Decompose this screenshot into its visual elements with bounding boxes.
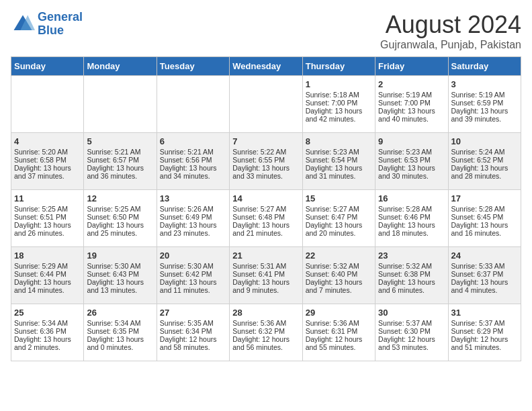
day-number: 23: [378, 250, 445, 261]
calendar-cell: 12Sunrise: 5:25 AMSunset: 6:50 PMDayligh…: [84, 190, 157, 247]
daylight-text: Daylight: 13 hours and 28 minutes.: [451, 164, 518, 180]
sunrise-text: Sunrise: 5:25 AM: [87, 205, 153, 213]
sunrise-text: Sunrise: 5:36 AM: [306, 319, 372, 327]
sunset-text: Sunset: 6:49 PM: [160, 213, 226, 221]
day-number: 22: [306, 250, 372, 261]
header-saturday: Saturday: [448, 57, 521, 76]
sunset-text: Sunset: 6:40 PM: [306, 270, 372, 278]
calendar-cell: [84, 76, 157, 133]
calendar-cell: 8Sunrise: 5:23 AMSunset: 6:54 PMDaylight…: [302, 133, 375, 190]
sunrise-text: Sunrise: 5:28 AM: [451, 205, 518, 213]
sunset-text: Sunset: 6:54 PM: [306, 156, 372, 164]
header-tuesday: Tuesday: [157, 57, 229, 76]
sunrise-text: Sunrise: 5:32 AM: [378, 262, 445, 270]
daylight-text: Daylight: 13 hours and 9 minutes.: [232, 278, 299, 294]
sunrise-text: Sunrise: 5:25 AM: [14, 205, 81, 213]
daylight-text: Daylight: 13 hours and 31 minutes.: [306, 164, 372, 180]
daylight-text: Daylight: 13 hours and 23 minutes.: [160, 221, 226, 237]
logo-icon: [11, 12, 35, 36]
calendar-week-3: 11Sunrise: 5:25 AMSunset: 6:51 PMDayligh…: [11, 190, 521, 247]
daylight-text: Daylight: 12 hours and 53 minutes.: [378, 335, 445, 351]
sunrise-text: Sunrise: 5:18 AM: [306, 91, 372, 99]
daylight-text: Daylight: 13 hours and 26 minutes.: [14, 221, 81, 237]
sunset-text: Sunset: 6:48 PM: [232, 213, 299, 221]
calendar-cell: 5Sunrise: 5:21 AMSunset: 6:57 PMDaylight…: [84, 133, 157, 190]
sunrise-text: Sunrise: 5:23 AM: [378, 148, 445, 156]
calendar-cell: 10Sunrise: 5:24 AMSunset: 6:52 PMDayligh…: [448, 133, 521, 190]
calendar-cell: 14Sunrise: 5:27 AMSunset: 6:48 PMDayligh…: [230, 190, 302, 247]
daylight-text: Daylight: 13 hours and 40 minutes.: [378, 107, 445, 123]
page-title: August 2024: [380, 11, 521, 39]
day-number: 3: [451, 79, 518, 89]
day-number: 31: [451, 308, 518, 318]
calendar-cell: 28Sunrise: 5:36 AMSunset: 6:32 PMDayligh…: [230, 304, 302, 361]
sunset-text: Sunset: 6:41 PM: [232, 270, 299, 278]
sunrise-text: Sunrise: 5:28 AM: [378, 205, 445, 213]
header-monday: Monday: [84, 57, 157, 76]
calendar-week-4: 18Sunrise: 5:29 AMSunset: 6:44 PMDayligh…: [11, 247, 521, 304]
day-number: 9: [378, 136, 445, 146]
logo-general: General: [38, 10, 83, 24]
calendar-cell: 20Sunrise: 5:30 AMSunset: 6:42 PMDayligh…: [157, 247, 229, 304]
daylight-text: Daylight: 13 hours and 16 minutes.: [451, 221, 518, 237]
daylight-text: Daylight: 13 hours and 11 minutes.: [160, 278, 226, 294]
day-number: 27: [160, 308, 226, 318]
sunrise-text: Sunrise: 5:34 AM: [87, 319, 153, 327]
logo-text: General Blue: [38, 11, 83, 38]
sunrise-text: Sunrise: 5:20 AM: [14, 148, 81, 156]
calendar-cell: 4Sunrise: 5:20 AMSunset: 6:58 PMDaylight…: [11, 133, 84, 190]
sunset-text: Sunset: 6:56 PM: [160, 156, 226, 164]
title-area: August 2024 Gujranwala, Punjab, Pakistan: [380, 11, 521, 51]
calendar-cell: 22Sunrise: 5:32 AMSunset: 6:40 PMDayligh…: [302, 247, 375, 304]
sunset-text: Sunset: 6:52 PM: [451, 156, 518, 164]
day-number: 24: [451, 250, 518, 261]
calendar-cell: [157, 76, 229, 133]
sunset-text: Sunset: 6:31 PM: [306, 327, 372, 335]
sunrise-text: Sunrise: 5:27 AM: [232, 205, 299, 213]
sunset-text: Sunset: 6:42 PM: [160, 270, 226, 278]
sunset-text: Sunset: 6:30 PM: [378, 327, 445, 335]
calendar-cell: [230, 76, 302, 133]
day-number: 5: [87, 136, 153, 146]
sunset-text: Sunset: 6:55 PM: [232, 156, 299, 164]
calendar-cell: 26Sunrise: 5:34 AMSunset: 6:35 PMDayligh…: [84, 304, 157, 361]
day-number: 20: [160, 250, 226, 261]
sunset-text: Sunset: 6:57 PM: [87, 156, 153, 164]
sunrise-text: Sunrise: 5:24 AM: [451, 148, 518, 156]
sunset-text: Sunset: 6:46 PM: [378, 213, 445, 221]
day-number: 28: [232, 308, 299, 318]
sunrise-text: Sunrise: 5:35 AM: [160, 319, 226, 327]
daylight-text: Daylight: 12 hours and 56 minutes.: [232, 335, 299, 351]
sunset-text: Sunset: 6:51 PM: [14, 213, 81, 221]
day-number: 29: [306, 308, 372, 318]
day-number: 21: [232, 250, 299, 261]
sunrise-text: Sunrise: 5:33 AM: [451, 262, 518, 270]
calendar-cell: 23Sunrise: 5:32 AMSunset: 6:38 PMDayligh…: [375, 247, 448, 304]
sunset-text: Sunset: 6:44 PM: [14, 270, 81, 278]
calendar-cell: 17Sunrise: 5:28 AMSunset: 6:45 PMDayligh…: [448, 190, 521, 247]
day-number: 25: [14, 308, 81, 318]
calendar-cell: 31Sunrise: 5:37 AMSunset: 6:29 PMDayligh…: [448, 304, 521, 361]
daylight-text: Daylight: 13 hours and 20 minutes.: [306, 221, 372, 237]
daylight-text: Daylight: 13 hours and 7 minutes.: [306, 278, 372, 294]
day-number: 12: [87, 193, 153, 203]
daylight-text: Daylight: 13 hours and 21 minutes.: [232, 221, 299, 237]
day-number: 15: [306, 193, 372, 203]
calendar-cell: 25Sunrise: 5:34 AMSunset: 6:36 PMDayligh…: [11, 304, 84, 361]
sunset-text: Sunset: 6:29 PM: [451, 327, 518, 335]
day-number: 11: [14, 193, 81, 203]
daylight-text: Daylight: 13 hours and 42 minutes.: [306, 107, 372, 123]
calendar-cell: 21Sunrise: 5:31 AMSunset: 6:41 PMDayligh…: [230, 247, 302, 304]
day-number: 19: [87, 250, 153, 261]
calendar-cell: 9Sunrise: 5:23 AMSunset: 6:53 PMDaylight…: [375, 133, 448, 190]
sunset-text: Sunset: 7:00 PM: [306, 99, 372, 107]
daylight-text: Daylight: 13 hours and 37 minutes.: [14, 164, 81, 180]
calendar-cell: 13Sunrise: 5:26 AMSunset: 6:49 PMDayligh…: [157, 190, 229, 247]
daylight-text: Daylight: 13 hours and 18 minutes.: [378, 221, 445, 237]
sunrise-text: Sunrise: 5:30 AM: [160, 262, 226, 270]
calendar-cell: 7Sunrise: 5:22 AMSunset: 6:55 PMDaylight…: [230, 133, 302, 190]
calendar-cell: 24Sunrise: 5:33 AMSunset: 6:37 PMDayligh…: [448, 247, 521, 304]
daylight-text: Daylight: 13 hours and 0 minutes.: [87, 335, 153, 351]
sunset-text: Sunset: 6:59 PM: [451, 99, 518, 107]
sunset-text: Sunset: 6:37 PM: [451, 270, 518, 278]
